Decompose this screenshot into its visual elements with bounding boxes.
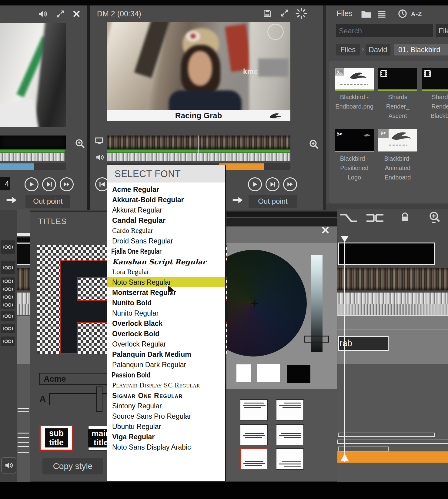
playhead-line[interactable] (344, 241, 345, 462)
left-filmstrip[interactable] (0, 136, 66, 149)
font-option[interactable]: Nunito Bold (107, 298, 225, 308)
level-bar[interactable] (338, 433, 435, 437)
track-sync-icon[interactable] (1, 337, 15, 346)
copy-style-button[interactable]: Copy style (42, 458, 103, 474)
go-to-end-button[interactable] (60, 177, 74, 191)
file-thumbnail[interactable] (378, 68, 417, 91)
font-option-selected[interactable]: Noto Sans Regular (107, 277, 225, 287)
font-option[interactable]: Kaushan Script Regular (107, 256, 225, 267)
step-forward-button[interactable] (266, 177, 279, 191)
font-option[interactable]: Sigmar One Regular (107, 390, 225, 401)
font-option[interactable]: Overlock Bold (107, 329, 225, 339)
font-option[interactable]: Montserrat Regular (107, 287, 225, 298)
font-option[interactable]: Sintony Regular (107, 401, 225, 411)
file-name[interactable]: Shards Render Blackbir (422, 92, 448, 121)
font-option[interactable]: Passion Bold (107, 370, 211, 380)
font-option[interactable]: Droid Sans Regular (107, 236, 225, 246)
value-slider-handle[interactable] (304, 336, 329, 343)
font-option[interactable]: Nunito Regular (107, 308, 225, 318)
mark-arrow-icon[interactable] (231, 196, 244, 204)
track-sync-icon[interactable] (1, 324, 15, 333)
level-bar[interactable] (337, 440, 448, 444)
splice-brackets-icon[interactable] (365, 213, 385, 223)
font-option[interactable]: Ubuntu Regular (107, 421, 225, 432)
play-button[interactable] (25, 177, 38, 191)
title-clip[interactable]: rab (338, 336, 389, 351)
file-name[interactable]: Shards Render_ Ascent (378, 92, 417, 121)
font-option[interactable]: Viga Regular (107, 432, 225, 442)
font-option[interactable]: Candal Regular (107, 215, 225, 226)
level-bar[interactable] (338, 447, 389, 451)
file-thumbnail[interactable]: ✂ (378, 129, 417, 152)
title-template-top-right[interactable] (276, 399, 304, 420)
track-sync-icon[interactable] (1, 277, 15, 285)
font-option[interactable]: Akkurat-Bold Regular (107, 195, 225, 205)
title-template-bottom-left-selected[interactable] (240, 448, 268, 470)
dm2-playhead-line[interactable] (198, 136, 199, 161)
font-option[interactable]: Overlock Black (107, 318, 225, 329)
close-icon[interactable]: ✕ (72, 8, 81, 20)
style-preset-subtitle-selected[interactable]: sub title (39, 425, 73, 451)
file-name[interactable]: Blackbird- Animated Endboard (378, 154, 417, 182)
step-forward-button[interactable] (42, 177, 56, 191)
track-sync-icon[interactable] (1, 301, 15, 309)
file-name[interactable]: Blackbird - Positioned Logo (335, 154, 374, 182)
mute-speaker-button[interactable] (1, 457, 16, 474)
breadcrumb-current[interactable]: 01. Blackbird (394, 44, 448, 55)
expand-icon[interactable] (56, 9, 65, 18)
font-option[interactable]: Cardo Regular (107, 226, 225, 236)
display-icon[interactable] (94, 136, 104, 146)
font-option[interactable]: Lora Regular (107, 267, 225, 277)
save-icon[interactable] (262, 8, 272, 18)
timeline-range-bar[interactable] (337, 451, 448, 463)
out-point-button[interactable]: Out point (249, 195, 297, 208)
file-thumbnail[interactable] (422, 68, 448, 91)
title-template-middle-left[interactable] (240, 424, 268, 445)
timeline-audio-track[interactable] (337, 293, 448, 304)
speaker-icon[interactable] (38, 9, 48, 19)
font-option[interactable]: Acme Regular (107, 184, 225, 195)
dm2-audio-waveform[interactable] (107, 153, 290, 161)
file-name[interactable]: Blackbird - Endboard.png (335, 92, 374, 111)
left-monitor-video[interactable] (0, 23, 66, 127)
lock-icon[interactable] (400, 210, 410, 224)
color-swatch-white[interactable] (257, 364, 280, 382)
transition-curve-icon[interactable] (339, 212, 358, 224)
dm2-video[interactable] (107, 22, 290, 110)
speaker-icon[interactable] (95, 153, 105, 162)
color-swatch-white[interactable] (236, 364, 251, 382)
left-audio-waveform[interactable] (0, 153, 65, 161)
font-option[interactable]: Overlock Regular (107, 339, 225, 349)
alpha-sort-label[interactable]: A-Z (411, 11, 422, 18)
left-scrubber[interactable] (0, 163, 66, 170)
zoom-out-icon[interactable] (428, 210, 442, 224)
dm2-filmstrip[interactable] (107, 136, 290, 149)
close-icon[interactable]: ✕ (321, 224, 330, 237)
go-to-end-button[interactable] (283, 177, 297, 191)
color-swatch-black[interactable] (287, 365, 310, 383)
timeline-clip-black[interactable] (338, 243, 435, 265)
playhead-bottom-marker[interactable] (340, 454, 349, 461)
files-scope-button[interactable]: Files (436, 24, 448, 37)
breadcrumb-root[interactable]: Files (336, 44, 360, 55)
font-option[interactable]: Playfair Display SC Regular (107, 380, 225, 390)
clock-sort-icon[interactable] (398, 9, 407, 18)
search-input[interactable] (336, 24, 433, 37)
font-option[interactable]: Fjalla One Regular (107, 246, 204, 256)
out-point-button[interactable]: Out point (25, 195, 70, 208)
font-option[interactable]: Palanquin Dark Regular (107, 360, 225, 370)
zoom-in-icon[interactable] (75, 138, 85, 149)
file-thumbnail[interactable] (335, 68, 374, 91)
play-button[interactable] (248, 177, 262, 191)
title-template-middle-right[interactable] (276, 424, 304, 445)
track-sync-icon[interactable] (1, 311, 15, 321)
breadcrumb-parent[interactable]: David (366, 44, 390, 55)
title-template-bottom-right[interactable] (276, 448, 304, 470)
font-option[interactable]: Palanquin Dark Medium (107, 349, 225, 360)
zoom-in-icon[interactable] (309, 139, 319, 150)
track-sync-icon[interactable] (1, 240, 15, 254)
expand-icon[interactable] (280, 8, 289, 18)
track-sync-icon[interactable] (1, 261, 15, 274)
file-thumbnail[interactable]: ✂ (335, 129, 374, 152)
track-sync-icon[interactable] (1, 293, 15, 301)
